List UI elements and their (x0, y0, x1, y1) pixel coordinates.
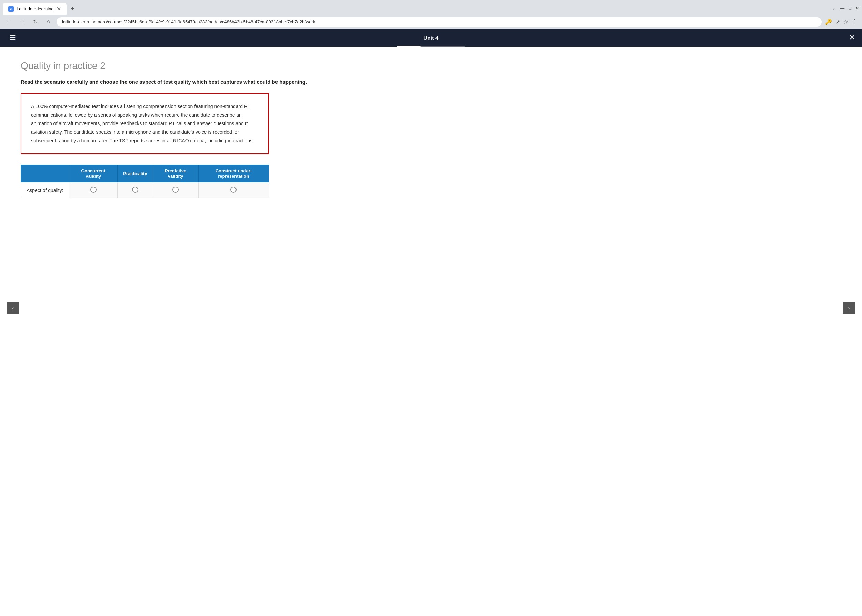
table-row: Aspect of quality: (21, 182, 269, 198)
header-title: Unit 4 (423, 35, 438, 41)
table-header-construct: Construct under-representation (198, 165, 268, 182)
scenario-text: A 100% computer-mediated test includes a… (31, 102, 259, 146)
bookmark-icon[interactable]: ☆ (843, 19, 848, 25)
radio-construct-cell[interactable] (198, 182, 268, 198)
radio-practicality[interactable] (132, 187, 138, 193)
more-options-button[interactable]: ⋮ (852, 18, 858, 25)
hamburger-button[interactable]: ☰ (7, 31, 19, 44)
right-arrow-icon: › (848, 305, 849, 311)
minimize-button[interactable]: — (840, 6, 845, 11)
refresh-button[interactable]: ↻ (30, 17, 40, 27)
answer-table: Concurrent validity Practicality Predict… (21, 165, 269, 198)
share-icon[interactable]: ↗ (835, 19, 840, 25)
address-bar-icons: 🔑 ↗ ☆ (825, 19, 848, 25)
scenario-box: A 100% computer-mediated test includes a… (21, 93, 269, 154)
hamburger-icon: ☰ (9, 34, 16, 41)
left-arrow-icon: ‹ (12, 305, 14, 311)
page-footer: Page 4 of 17 (0, 611, 862, 616)
back-button[interactable]: ← (4, 17, 14, 27)
maximize-button[interactable]: □ (849, 6, 851, 11)
table-header-practicality: Practicality (118, 165, 153, 182)
radio-concurrent-cell[interactable] (69, 182, 118, 198)
close-button[interactable]: ✕ (849, 33, 855, 42)
forward-button[interactable]: → (17, 17, 27, 27)
page-title: Quality in practice 2 (21, 60, 841, 71)
next-page-button[interactable]: › (843, 302, 855, 314)
row-label: Aspect of quality: (21, 182, 69, 198)
app-header: ☰ Unit 4 ✕ (0, 28, 862, 47)
address-bar: ← → ↻ ⌂ 🔑 ↗ ☆ ⋮ (0, 15, 862, 28)
url-input[interactable] (57, 17, 822, 27)
table-header-predictive: Predictive validity (153, 165, 198, 182)
table-header-empty (21, 165, 69, 182)
radio-concurrent[interactable] (90, 187, 97, 193)
close-window-button[interactable]: ✕ (856, 6, 859, 11)
tab-favicon: e (8, 6, 14, 12)
home-button[interactable]: ⌂ (44, 17, 53, 27)
active-tab[interactable]: e Latitude e-learning ✕ (3, 3, 66, 15)
collapse-icon[interactable]: ⌄ (832, 6, 836, 11)
window-controls: ⌄ — □ ✕ (832, 6, 859, 12)
radio-practicality-cell[interactable] (118, 182, 153, 198)
radio-predictive[interactable] (173, 187, 179, 193)
tab-title: Latitude e-learning (17, 6, 54, 11)
radio-predictive-cell[interactable] (153, 182, 198, 198)
close-icon: ✕ (849, 33, 855, 42)
question-instruction: Read the scenario carefully and choose t… (21, 78, 841, 86)
tab-close-button[interactable]: ✕ (57, 6, 61, 12)
tab-bar: e Latitude e-learning ✕ + ⌄ — □ ✕ (0, 0, 862, 15)
main-content: Quality in practice 2 Read the scenario … (0, 47, 862, 611)
radio-construct[interactable] (230, 187, 237, 193)
key-icon[interactable]: 🔑 (825, 19, 832, 25)
browser-chrome: e Latitude e-learning ✕ + ⌄ — □ ✕ ← → ↻ … (0, 0, 862, 28)
previous-page-button[interactable]: ‹ (7, 302, 19, 314)
new-tab-button[interactable]: + (68, 3, 78, 14)
table-header-concurrent: Concurrent validity (69, 165, 118, 182)
